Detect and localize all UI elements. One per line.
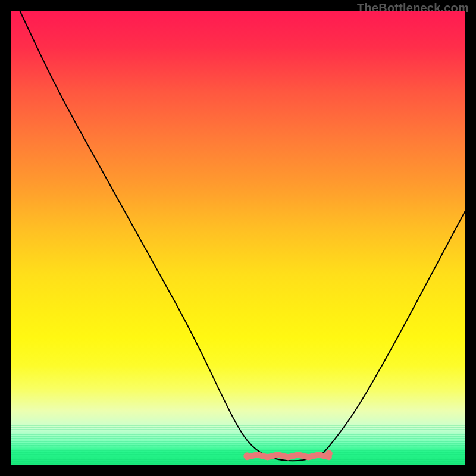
curve-layer [11,11,465,465]
bottleneck-curve [20,11,465,461]
optimal-range-dot-left [243,452,250,459]
plot-area [11,11,465,465]
optimal-range-highlight [247,455,329,457]
chart-container: TheBottleneck.com [0,0,476,476]
optimal-range-dot-right [325,450,333,457]
